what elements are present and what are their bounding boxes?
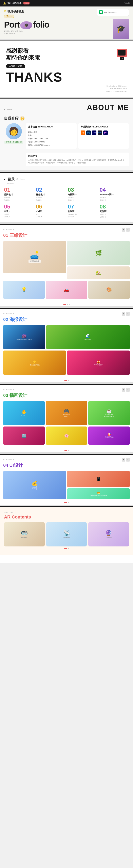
poster-dot-2[interactable]: [68, 380, 69, 381]
about-title-row: 自我介绍 🙌: [4, 116, 129, 121]
ui-top-row: 💰 smartmoney 📱 💳 The Best Payments Exper…: [3, 471, 130, 499]
contents-title-3: 海报设计: [68, 193, 97, 196]
contents-sub2-5: UX/GUA: [4, 216, 34, 218]
skills-icons: Ai Ps Ae C4D Pr: [81, 130, 127, 135]
illus-dot-1[interactable]: [64, 450, 67, 451]
nav-dot-1[interactable]: [63, 304, 66, 305]
ui-grid-icon[interactable]: ⊞: [122, 458, 125, 462]
3d-img-6: 🎨: [88, 281, 130, 299]
nav-dot-3[interactable]: [69, 304, 70, 305]
ar-dot-2[interactable]: [68, 548, 69, 549]
top-bar-right: 作品集: [124, 2, 130, 5]
illus-img-6-emoji: 🎯: [105, 433, 114, 436]
email-line2: WeChat: 12345678901: [105, 88, 127, 90]
contents-sub1-1: 小七素材: [4, 196, 34, 199]
illus-img-2-content: 🎮 概率到自中放弃去: [63, 408, 70, 418]
divider-1: [0, 39, 133, 40]
ui-title-text: UI设计: [9, 463, 23, 468]
contents-sub2-3: 品牌设计: [68, 199, 97, 202]
illus-img-1-content: ✋ 天下行了: [21, 409, 27, 417]
introduce-label: Introduce: [7, 183, 129, 185]
thanks-section: 感谢觀看 期待你的來電 5.5 YOUR NAME THANKS — — — E…: [0, 40, 133, 97]
nav-dot-2[interactable]: [67, 304, 68, 305]
avatar-circle: 🎓: [20, 21, 32, 29]
ar-header: PORTFOLIO: [4, 511, 129, 514]
illus-list-icon[interactable]: ≡: [126, 388, 130, 392]
ar-img-3: 🔮 AR体验3: [88, 522, 129, 547]
contents-sub1-8: 其他设计: [100, 213, 129, 216]
illus-img-2-emoji: 🎮: [63, 408, 70, 414]
illus-img-6-text: BITTERSWEETCOFFEE HOME: [105, 436, 114, 438]
poster-list-icon[interactable]: ≡: [126, 312, 130, 316]
section3d-title-text: 三维设计: [9, 233, 27, 238]
top-bar: *设计⑩作品集 2024 作品集: [0, 0, 133, 6]
illus-img-6: 🎯 BITTERSWEETCOFFEE HOME: [88, 427, 130, 445]
contents-title-4: BANNER设计: [100, 193, 129, 196]
ui-list-icon[interactable]: ≡: [126, 458, 130, 462]
ar-section: PORTFOLIO AR Contents 🥽 AR体验1 📡 AR体验2 🔮 …: [0, 506, 133, 555]
section-ui: PORTFOLIO ⊞ ≡ 04 UI设计 💰 smartmoney 📱 💳 T…: [0, 454, 133, 505]
info-column: 基本信息 INFORMATION 姓名：小虾 年龄：22 学校：XXXXXXXX…: [26, 123, 129, 166]
contents-section: 目录 Contents Introduce 01 品牌设计 小七素材 品牌设计 …: [0, 172, 133, 222]
ui-nav-dots: [3, 500, 130, 505]
ar-img-2-label: AR体验2: [63, 536, 70, 539]
your-name-btn[interactable]: YOUR NAME: [6, 64, 25, 68]
poster-img-3-text: 傲天无敌那么强: [30, 364, 40, 366]
ar-img-1-content: 🥽 AR体验1: [21, 530, 28, 539]
wechat-box: 💬 WeChat:Coonxx: [97, 9, 129, 16]
3d-img-5: 🚗: [46, 281, 87, 299]
avatar-face: 🧑: [9, 126, 19, 136]
ar-dot-1[interactable]: [64, 548, 67, 549]
ui-dot-2[interactable]: [68, 502, 69, 503]
3d-nav-dots: [3, 302, 130, 306]
contents-item-5: 05 UI设计 UI设计 UX/GUA: [4, 204, 34, 218]
3d-img-3-emoji: 🏡: [96, 271, 101, 275]
illus-num: 03: [3, 393, 8, 398]
poster-img-4: 🎪 节庆活动设计: [67, 350, 130, 375]
ui-img-3-text: The Best Payments Experience: [90, 495, 107, 496]
contents-sub2-2: 品牌设计: [36, 199, 65, 202]
ui-icons: ⊞ ≡: [122, 458, 130, 462]
divider-7: [0, 452, 133, 454]
ui-img-3-emoji: 💳: [90, 492, 107, 495]
poster-title-text: 海报设计: [9, 317, 27, 322]
ui-dot-1[interactable]: [64, 502, 67, 503]
divider-3: [0, 170, 133, 172]
poster-img-1-emoji: 🌆: [16, 334, 32, 339]
illus-img-1: ✋ 天下行了: [3, 401, 45, 425]
illus-dot-2[interactable]: [68, 450, 69, 451]
contents-sub1-6: KV设计: [36, 213, 65, 216]
poster-img-4-content: 🎪 节庆活动设计: [94, 360, 103, 366]
ar-img-1-label: AR体验1: [21, 536, 28, 539]
ar-img-1: 🥽 AR体验1: [4, 522, 45, 547]
basic-info-box: 基本信息 INFORMATION 姓名：小虾 年龄：22 学校：XXXXXXXX…: [26, 123, 76, 149]
contents-num-4: 04: [100, 187, 129, 193]
emoji-badge: 🙌: [20, 116, 25, 121]
wechat-label: WeChat:Coonxx: [104, 11, 117, 13]
illus-grid-icon[interactable]: ⊞: [122, 388, 125, 392]
poster-dot-1[interactable]: [64, 380, 67, 381]
reels-tag: (:Reels: [4, 14, 14, 18]
contents-title-5: UI设计: [4, 210, 34, 213]
poster-label: PORTFOLIO: [3, 313, 15, 315]
ar-img-3-emoji: 🔮: [105, 530, 112, 536]
contents-item-2: 02 标志设计 小七素材 品牌设计: [36, 187, 65, 202]
divider-6: [0, 382, 133, 384]
contents-sub1-3: 小七素材: [68, 196, 97, 199]
contents-num-8: 08: [100, 204, 129, 210]
list-icon[interactable]: ≡: [126, 228, 130, 231]
contents-sub1-2: 小七素材: [36, 196, 65, 199]
asterisk-icon: *: [4, 9, 6, 14]
3d-right-col: 🌿 🏡: [67, 241, 130, 279]
ui-img-3: 💳 The Best Payments Experience: [67, 488, 130, 499]
poster-img-3-emoji: ⚡: [30, 360, 40, 364]
ar-img-2-content: 📡 AR体验2: [63, 530, 70, 539]
grid-icon[interactable]: ⊞: [122, 228, 125, 231]
illus-bottom-row: ⬆️ 🌸 🎯 BITTERSWEETCOFFEE HOME: [3, 427, 130, 448]
poster-bottom-row: ⚡ 傲天无敌那么强 🎪 节庆活动设计: [3, 350, 130, 378]
about-header-row: PORTFOLIO ABOUT ME: [4, 103, 129, 115]
poster-grid-icon[interactable]: ⊞: [122, 312, 125, 316]
contents-item-7: 07 动效设计 DYNAMIC设计 UX/GUA: [68, 204, 97, 218]
wechat-icon: 💬: [99, 10, 103, 14]
contents-num-3: 03: [68, 187, 97, 193]
